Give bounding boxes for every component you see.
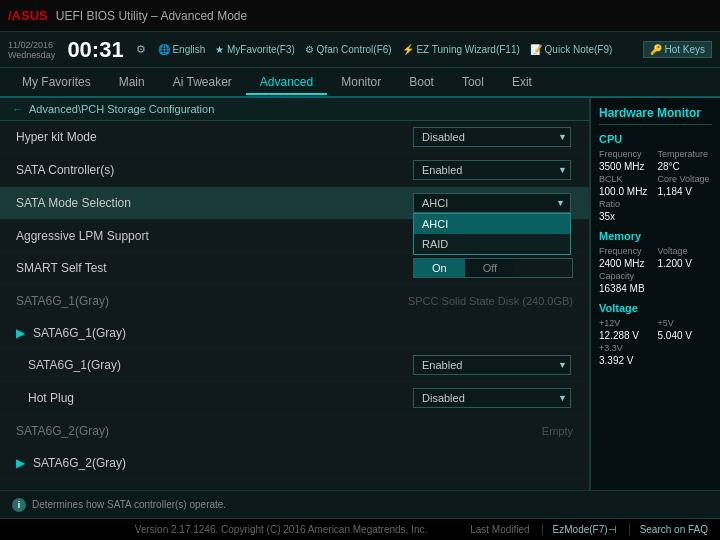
- hw-cpu-grid: Frequency Temperature 3500 MHz 28°C BCLK…: [599, 149, 712, 222]
- footer: Version 2.17.1246. Copyright (C) 2016 Am…: [0, 518, 720, 540]
- smart-toggle-on[interactable]: On: [414, 259, 465, 277]
- settings-list: Hyper kit Mode Disabled SATA Controller(…: [0, 121, 589, 479]
- sata6g2-group-label[interactable]: ▶ SATA6G_2(Gray): [16, 456, 573, 470]
- smart-test-label: SMART Self Test: [16, 261, 413, 275]
- hw-mem-cap-spacer: [658, 271, 713, 281]
- back-arrow-icon[interactable]: ←: [12, 103, 23, 115]
- setting-row-smart-test: SMART Self Test On Off: [0, 252, 589, 285]
- expand-arrow2-icon: ▶: [16, 456, 25, 470]
- tab-monitor[interactable]: Monitor: [327, 71, 395, 95]
- hw-ratio-spacer: [658, 199, 713, 209]
- hw-cpu-temp-label: Temperature: [658, 149, 713, 159]
- sata6g1-disk-info: SPCC Solid State Disk (240.0GB): [408, 295, 573, 307]
- smart-test-toggle: On Off: [413, 258, 573, 278]
- hw-mem-cap-value: 16384 MB: [599, 283, 654, 294]
- sata6g1-info-label: SATA6G_1(Gray): [16, 294, 408, 308]
- sata-mode-option-raid[interactable]: RAID: [414, 234, 570, 254]
- hw-memory-grid: Frequency Voltage 2400 MHz 1.200 V Capac…: [599, 246, 712, 294]
- setting-row-sata6g2-info: SATA6G_2(Gray) Empty: [0, 415, 589, 447]
- footer-ez-mode[interactable]: EzMode(F7)⊣: [542, 524, 617, 535]
- sata6g1-group-label[interactable]: ▶ SATA6G_1(Gray): [16, 326, 573, 340]
- clock-bar: 11/02/2016 Wednesday 00:31 ⚙ 🌐 English ★…: [0, 32, 720, 68]
- hw-mem-volt-label: Voltage: [658, 246, 713, 256]
- shortcut-eztuning[interactable]: ⚡ EZ Tuning Wizard(F11): [402, 44, 520, 55]
- hw-p12-value: 12.288 V: [599, 330, 654, 341]
- main-content: ← Advanced\PCH Storage Configuration Hyp…: [0, 98, 720, 490]
- footer-search-faq[interactable]: Search on FAQ: [629, 524, 708, 535]
- hot-plug-label: Hot Plug: [28, 391, 413, 405]
- hw-ratio-label: Ratio: [599, 199, 654, 209]
- sata-mode-select[interactable]: AHCI: [413, 193, 571, 213]
- sata-mode-label: SATA Mode Selection: [16, 196, 413, 210]
- footer-version: Version 2.17.1246. Copyright (C) 2016 Am…: [92, 524, 470, 535]
- hw-p5-label: +5V: [658, 318, 713, 328]
- sata-mode-dropdown-container: AHCI AHCI RAID: [413, 193, 573, 213]
- hw-mem-cap-label: Capacity: [599, 271, 654, 281]
- tab-exit[interactable]: Exit: [498, 71, 546, 95]
- sata6g1-enabled-label: SATA6G_1(Gray): [28, 358, 413, 372]
- hw-mem-freq-value: 2400 MHz: [599, 258, 654, 269]
- tab-boot[interactable]: Boot: [395, 71, 448, 95]
- clock-time: 00:31: [67, 37, 123, 63]
- hw-memory-title: Memory: [599, 230, 712, 242]
- shortcut-myfavorite[interactable]: ★ MyFavorite(F3): [215, 44, 295, 55]
- hw-p33-spacer: [658, 343, 713, 353]
- setting-row-sata6g1-group[interactable]: ▶ SATA6G_1(Gray): [0, 317, 589, 349]
- tab-my-favorites[interactable]: My Favorites: [8, 71, 105, 95]
- sata-mode-option-ahci[interactable]: AHCI: [414, 214, 570, 234]
- sata-ctrl-select[interactable]: Enabled: [413, 160, 571, 180]
- shortcut-qfan[interactable]: ⚙ Qfan Control(F6): [305, 44, 392, 55]
- sata-mode-dropdown-wrapper: AHCI: [413, 193, 571, 213]
- hw-cpu-title: CPU: [599, 133, 712, 145]
- sata-mode-dropdown-open: AHCI RAID: [413, 213, 571, 255]
- asus-logo: /ASUS: [8, 8, 48, 23]
- shortcut-language[interactable]: 🌐 English: [158, 44, 206, 55]
- hotkeys-button[interactable]: 🔑 Hot Keys: [643, 41, 712, 58]
- breadcrumb-text: Advanced\PCH Storage Configuration: [29, 103, 214, 115]
- tab-advanced[interactable]: Advanced: [246, 71, 327, 95]
- hw-core-v-label: Core Voltage: [658, 174, 713, 184]
- bios-title: UEFI BIOS Utility – Advanced Mode: [56, 9, 247, 23]
- sata6g1-enabled-dropdown-wrapper: Enabled: [413, 355, 573, 375]
- hw-p5-value: 5.040 V: [658, 330, 713, 341]
- shortcut-quicknote[interactable]: 📝 Quick Note(F9): [530, 44, 613, 55]
- hw-mem-volt-value: 1.200 V: [658, 258, 713, 269]
- tab-main[interactable]: Main: [105, 71, 159, 95]
- hw-monitor-title: Hardware Monitor: [599, 106, 712, 125]
- hw-bclk-label: BCLK: [599, 174, 654, 184]
- smart-toggle-group: On Off: [413, 258, 573, 278]
- info-bar: i Determines how SATA controller(s) oper…: [0, 490, 720, 518]
- hw-p33-label: +3.3V: [599, 343, 654, 353]
- footer-right: Last Modified EzMode(F7)⊣ Search on FAQ: [470, 524, 708, 535]
- setting-row-sata-ctrl: SATA Controller(s) Enabled: [0, 154, 589, 187]
- smart-toggle-off[interactable]: Off: [465, 259, 515, 277]
- setting-row-sata6g2-group[interactable]: ▶ SATA6G_2(Gray): [0, 447, 589, 479]
- date-time: 11/02/2016 Wednesday: [8, 40, 55, 60]
- hot-plug-select[interactable]: Disabled: [413, 388, 571, 408]
- hw-voltage-grid: +12V +5V 12.288 V 5.040 V +3.3V 3.392 V: [599, 318, 712, 366]
- left-panel: ← Advanced\PCH Storage Configuration Hyp…: [0, 98, 590, 490]
- hw-cpu-temp-value: 28°C: [658, 161, 713, 172]
- hw-mem-cap-spacer2: [658, 283, 713, 294]
- hyper-kit-dropdown-wrapper: Disabled: [413, 127, 573, 147]
- hyper-kit-label: Hyper kit Mode: [16, 130, 413, 144]
- breadcrumb: ← Advanced\PCH Storage Configuration: [0, 98, 589, 121]
- hw-mem-freq-label: Frequency: [599, 246, 654, 256]
- hyper-kit-select[interactable]: Disabled: [413, 127, 571, 147]
- hw-core-v-value: 1,184 V: [658, 186, 713, 197]
- setting-row-sata6g1-enabled: SATA6G_1(Gray) Enabled: [0, 349, 589, 382]
- sata6g1-enabled-select[interactable]: Enabled: [413, 355, 571, 375]
- nav-tabs: My Favorites Main Ai Tweaker Advanced Mo…: [0, 68, 720, 98]
- hw-ratio-spacer2: [658, 211, 713, 222]
- setting-row-hot-plug: Hot Plug Disabled: [0, 382, 589, 415]
- tab-ai-tweaker[interactable]: Ai Tweaker: [159, 71, 246, 95]
- footer-last-modified: Last Modified: [470, 524, 529, 535]
- sata6g2-empty-text: Empty: [542, 425, 573, 437]
- setting-row-hyper-kit: Hyper kit Mode Disabled: [0, 121, 589, 154]
- hw-bclk-value: 100.0 MHz: [599, 186, 654, 197]
- tab-tool[interactable]: Tool: [448, 71, 498, 95]
- info-text: Determines how SATA controller(s) operat…: [32, 499, 226, 510]
- settings-gear-icon[interactable]: ⚙: [136, 43, 146, 56]
- setting-row-sata-mode: SATA Mode Selection AHCI AHCI RAID: [0, 187, 589, 220]
- hw-p12-label: +12V: [599, 318, 654, 328]
